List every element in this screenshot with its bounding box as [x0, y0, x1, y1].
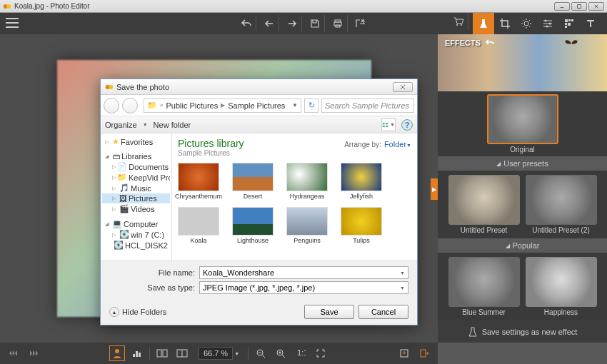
- refresh-button[interactable]: ↻: [304, 98, 318, 113]
- tab-text[interactable]: [580, 13, 601, 34]
- organize-menu[interactable]: Organize: [105, 121, 137, 129]
- svg-rect-39: [383, 122, 385, 123]
- import-icon[interactable]: [396, 345, 412, 361]
- save-effect-label: Save settings as new effect: [482, 328, 578, 336]
- dialog-footer: ▲Hide Folders Save Cancel: [101, 299, 417, 325]
- maximize-button[interactable]: [571, 2, 587, 11]
- svg-rect-36: [421, 350, 426, 357]
- butterfly-icon: [564, 38, 578, 51]
- close-button[interactable]: [588, 2, 604, 11]
- save-icon[interactable]: [305, 15, 325, 32]
- effects-sidebar: EFFECTS Original ◢User presets Untitled …: [438, 34, 607, 343]
- thumb-desert[interactable]: Desert: [232, 163, 274, 200]
- sidebar-footer[interactable]: Save settings as new effect: [438, 321, 607, 343]
- thumb-preset-2[interactable]: [526, 175, 597, 225]
- fit-icon[interactable]: 1:1: [293, 345, 308, 361]
- zoom-out-icon[interactable]: [253, 345, 269, 361]
- split-icon[interactable]: [174, 345, 190, 361]
- save-button[interactable]: Save: [304, 305, 354, 319]
- zoom-value[interactable]: 66.7 %: [199, 347, 233, 360]
- tab-crop[interactable]: [494, 13, 516, 34]
- arrange-by-label: Arrange by:: [344, 141, 381, 148]
- dialog-logo-icon: [105, 83, 114, 91]
- minimize-button[interactable]: [554, 2, 570, 11]
- export-icon[interactable]: [351, 15, 371, 32]
- thumb-lighthouse[interactable]: Lighthouse: [232, 207, 274, 244]
- tab-adjust[interactable]: [537, 13, 558, 34]
- new-folder-button[interactable]: New folder: [154, 121, 191, 129]
- svg-rect-17: [568, 23, 571, 26]
- menu-button[interactable]: [6, 18, 19, 29]
- thumb-happiness[interactable]: [526, 257, 597, 307]
- next-icon[interactable]: [282, 15, 302, 32]
- popular-header[interactable]: ◢Popular: [438, 238, 607, 253]
- svg-point-1: [6, 4, 11, 9]
- dialog-toolbar: Organize▼ New folder ▼ ?: [101, 116, 417, 133]
- dialog-close-button[interactable]: [393, 82, 413, 92]
- library-subtitle: Sample Pictures: [178, 149, 244, 157]
- tab-pixelate[interactable]: [558, 13, 580, 34]
- histogram-icon[interactable]: [129, 345, 145, 361]
- dialog-title: Save the photo: [116, 83, 393, 91]
- step-back-icon[interactable]: [6, 345, 21, 361]
- filename-input[interactable]: Koala_Wondershare▼: [199, 266, 408, 279]
- file-grid: Pictures library Sample Pictures Arrange…: [172, 133, 417, 261]
- thumb-original[interactable]: [487, 94, 558, 144]
- thumb-chrysanthemum[interactable]: Chrysanthemum: [178, 163, 219, 200]
- svg-point-9: [524, 21, 528, 26]
- step-fwd-icon[interactable]: [26, 345, 41, 361]
- zoom-in-icon[interactable]: [273, 345, 289, 361]
- breadcrumb[interactable]: 📁 « Public Pictures ▶ Sample Pictures ▼: [144, 98, 301, 113]
- cart-icon[interactable]: [448, 13, 468, 30]
- main-toolbar: [0, 13, 607, 34]
- tab-effects[interactable]: [473, 13, 494, 34]
- save-dialog: Save the photo 📁 « Public Pictures ▶ Sam…: [100, 79, 418, 325]
- folder-tree[interactable]: ▷★ Favorites ◢🗃 Libraries ▷📄 Documents ▷…: [101, 133, 172, 261]
- sidebar-collapse-handle[interactable]: ▶: [431, 178, 438, 200]
- svg-rect-13: [565, 19, 568, 22]
- nav-fwd-button[interactable]: [122, 98, 138, 113]
- thumb-koala[interactable]: Koala: [178, 207, 219, 244]
- savetype-select[interactable]: JPEG Image (*.jpg, *.jpeg, *.jpe)▼: [199, 281, 408, 294]
- person-icon[interactable]: [109, 345, 125, 361]
- thumb-blue-summer[interactable]: [448, 257, 520, 307]
- zoom-dropdown-icon[interactable]: ▼: [234, 351, 239, 356]
- fullscreen-icon[interactable]: [313, 345, 328, 361]
- export-arrow-icon[interactable]: [416, 345, 432, 361]
- thumb-penguins[interactable]: Penguins: [286, 207, 328, 244]
- print-icon[interactable]: [328, 15, 348, 32]
- folder-icon: 📁: [147, 101, 157, 110]
- svg-rect-22: [139, 353, 141, 357]
- dialog-nav: 📁 « Public Pictures ▶ Sample Pictures ▼ …: [101, 95, 417, 116]
- search-input[interactable]: Search Sample Pictures: [321, 98, 414, 113]
- tab-brightness[interactable]: [516, 13, 537, 34]
- prev-icon[interactable]: [259, 15, 279, 32]
- svg-rect-24: [163, 350, 167, 357]
- effects-undo-icon[interactable]: [485, 39, 495, 49]
- svg-point-11: [549, 23, 551, 25]
- thumb-hydrangeas[interactable]: Hydrangeas: [286, 163, 328, 200]
- svg-rect-16: [565, 23, 567, 25]
- dialog-titlebar: Save the photo: [101, 79, 417, 95]
- app-logo-icon: [3, 2, 11, 11]
- window-title: Koala.jpg - Photo Editor: [14, 2, 554, 10]
- undo-icon[interactable]: [236, 15, 256, 32]
- help-button[interactable]: ?: [401, 119, 413, 131]
- svg-rect-41: [383, 125, 385, 126]
- thumb-tulips[interactable]: Tulips: [341, 207, 382, 244]
- view-button[interactable]: ▼: [381, 118, 396, 131]
- user-presets-header[interactable]: ◢User presets: [438, 156, 607, 171]
- thumb-jellyfish[interactable]: Jellyfish: [341, 163, 382, 200]
- effects-title: EFFECTS: [445, 39, 481, 47]
- compare-icon[interactable]: [154, 345, 170, 361]
- hide-folders-button[interactable]: ▲Hide Folders: [109, 307, 166, 317]
- filename-label: File name:: [144, 268, 195, 277]
- window-titlebar: Koala.jpg - Photo Editor: [0, 0, 607, 13]
- nav-back-button[interactable]: [104, 98, 119, 113]
- savetype-label: Save as type:: [144, 283, 195, 292]
- flask-icon: [468, 326, 478, 338]
- thumb-preset-1[interactable]: [448, 175, 520, 225]
- cancel-button[interactable]: Cancel: [358, 305, 408, 319]
- svg-rect-18: [565, 26, 567, 28]
- arrange-by-value[interactable]: Folder: [384, 140, 406, 148]
